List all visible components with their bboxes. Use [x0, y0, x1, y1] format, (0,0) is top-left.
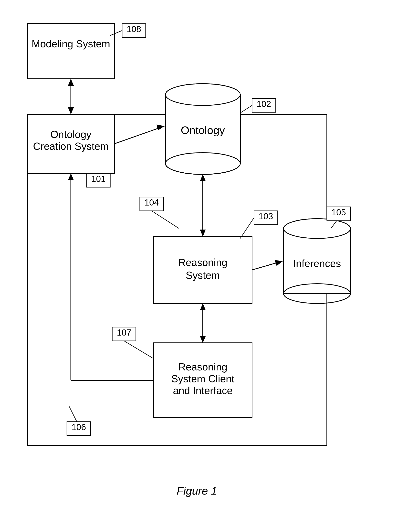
inferences-label: Inferences — [293, 258, 341, 269]
svg-text:102: 102 — [257, 99, 271, 109]
svg-marker-47 — [68, 173, 74, 180]
svg-point-14 — [165, 84, 240, 105]
reasoning-client-label1: Reasoning — [178, 361, 227, 373]
svg-text:108: 108 — [127, 24, 141, 34]
svg-marker-23 — [200, 230, 206, 236]
svg-line-29 — [240, 218, 254, 238]
svg-marker-20 — [157, 125, 165, 130]
svg-marker-39 — [275, 260, 283, 266]
svg-line-26 — [152, 211, 179, 228]
figure-caption: Figure 1 — [177, 484, 217, 497]
svg-text:104: 104 — [144, 198, 159, 207]
svg-line-19 — [114, 126, 165, 144]
svg-marker-22 — [200, 174, 206, 181]
svg-text:101: 101 — [91, 174, 105, 184]
reasoning-client-label2: System Client — [171, 373, 235, 384]
svg-text:103: 103 — [258, 211, 273, 221]
svg-marker-7 — [68, 79, 74, 86]
svg-text:105: 105 — [331, 207, 346, 217]
svg-line-18 — [241, 105, 252, 112]
diagram-container: 106 Modeling System 108 Ontology Creatio… — [12, 12, 382, 508]
svg-marker-8 — [68, 107, 74, 114]
modeling-system-label: Modeling System — [32, 38, 110, 50]
svg-text:107: 107 — [117, 328, 131, 337]
svg-marker-41 — [200, 304, 206, 310]
reasoning-client-label3: and Interface — [173, 385, 233, 396]
svg-point-33 — [284, 219, 351, 238]
svg-line-45 — [124, 341, 154, 359]
svg-line-2 — [69, 406, 77, 422]
reasoning-system-label1: Reasoning — [178, 257, 227, 268]
reasoning-system-label2: System — [186, 270, 220, 281]
ontology-creation-label1: Ontology — [50, 129, 91, 140]
svg-text:106: 106 — [71, 422, 86, 432]
ontology-label: Ontology — [181, 124, 225, 136]
ontology-creation-label2: Creation System — [33, 140, 109, 152]
svg-marker-42 — [200, 336, 206, 343]
modeling-system-box — [27, 24, 114, 79]
